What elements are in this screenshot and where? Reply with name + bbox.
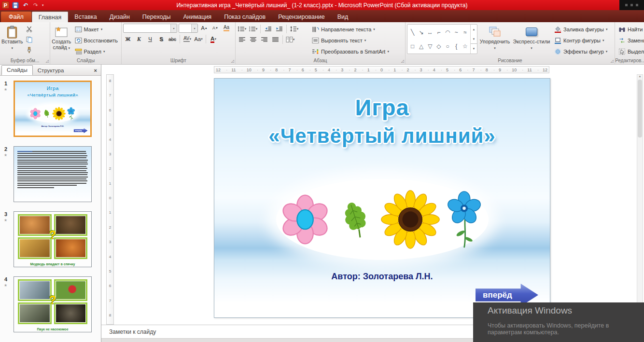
- shape-item[interactable]: ▽: [426, 41, 434, 52]
- font-color-button[interactable]: А▾: [209, 34, 218, 44]
- ribbon-tab[interactable]: Вставка: [68, 12, 103, 22]
- author-text[interactable]: Автор: Золотарева Л.Н.: [15, 125, 90, 128]
- ribbon-tab[interactable]: Анимация: [177, 12, 218, 22]
- find-button[interactable]: Найти: [616, 24, 644, 34]
- pink-flower-image[interactable]: [278, 192, 332, 246]
- text-shadow-button[interactable]: S: [156, 34, 166, 44]
- ribbon-tab[interactable]: Рецензирование: [272, 12, 331, 22]
- strikethrough-button[interactable]: abc: [168, 34, 177, 44]
- shape-item[interactable]: ↔: [426, 27, 434, 38]
- slide-title-line2[interactable]: «Четвёртый лишний»: [214, 124, 550, 148]
- decrease-font-button[interactable]: А▼: [210, 23, 220, 33]
- character-spacing-button[interactable]: AV▾: [182, 34, 192, 44]
- shape-item[interactable]: ○: [444, 41, 452, 52]
- line-spacing-icon[interactable]: ▾: [289, 24, 299, 34]
- blue-flower-image[interactable]: [66, 107, 76, 121]
- shape-item[interactable]: ◠: [444, 27, 452, 38]
- convert-to-smartart-button[interactable]: Преобразовать в SmartArt▾: [310, 46, 391, 56]
- shapes-scroll-down-icon[interactable]: ▼: [471, 34, 477, 44]
- decrease-indent-icon[interactable]: [263, 24, 273, 34]
- align-left-icon[interactable]: [237, 35, 247, 44]
- slide-thumbnail-1[interactable]: Игра «Четвёртый лишний»: [14, 81, 92, 137]
- oak-leaf-image[interactable]: [42, 109, 52, 119]
- save-icon[interactable]: [12, 1, 19, 9]
- section-button[interactable]: Раздел▾: [73, 46, 120, 56]
- underline-button[interactable]: Ч: [145, 34, 155, 44]
- shapes-scroll-up-icon[interactable]: ▲: [471, 25, 477, 34]
- sunflower-image[interactable]: [379, 189, 441, 250]
- bullets-icon[interactable]: ▾: [237, 24, 247, 34]
- shape-item[interactable]: ~: [452, 27, 461, 38]
- increase-indent-icon[interactable]: [274, 24, 284, 34]
- next-arrow-button[interactable]: вперёд: [73, 128, 87, 133]
- shape-item[interactable]: △: [417, 41, 425, 52]
- slide-title-line1[interactable]: Игра: [15, 85, 90, 91]
- align-right-icon[interactable]: [259, 35, 269, 44]
- slide-thumbnail-2[interactable]: [14, 146, 92, 202]
- slide-thumbnail-4[interactable]: ? Паук не насекомое: [14, 276, 92, 332]
- ribbon-tab[interactable]: Переходы: [136, 12, 177, 22]
- slide-title-line2[interactable]: «Четвёртый лишний»: [15, 92, 90, 97]
- shape-effects-button[interactable]: Эффекты фигур▾: [552, 46, 610, 56]
- shape-item[interactable]: ≈: [461, 27, 469, 38]
- align-text-button[interactable]: Выровнять текст▾: [310, 35, 391, 45]
- pink-flower-image[interactable]: [29, 108, 42, 120]
- panel-close-icon[interactable]: ×: [94, 68, 101, 75]
- ribbon-tab[interactable]: Главная: [32, 12, 69, 22]
- vertical-scrollbar[interactable]: ▲: [637, 74, 643, 325]
- shape-item[interactable]: ☆: [461, 41, 469, 52]
- tab-file[interactable]: Файл: [1, 12, 31, 22]
- slide-canvas[interactable]: 87654321012345678 Игра «Четвёртый лишний…: [101, 74, 644, 325]
- undo-icon[interactable]: ↶: [22, 1, 29, 9]
- arrange-button[interactable]: Упорядочить ▾: [479, 23, 511, 57]
- ribbon-tab[interactable]: Вид: [331, 12, 355, 22]
- paragraph-dialog-launcher-icon[interactable]: ◿: [401, 59, 404, 63]
- panel-tab-outline[interactable]: Структура: [33, 66, 69, 75]
- redo-icon[interactable]: ↷: [32, 1, 40, 9]
- paste-button[interactable]: Вставить▾: [1, 23, 23, 57]
- format-painter-button[interactable]: [25, 45, 34, 55]
- shape-item[interactable]: ↘: [417, 27, 425, 38]
- select-button[interactable]: Выделить: [616, 46, 644, 56]
- shape-item[interactable]: {: [452, 41, 461, 52]
- clear-formatting-button[interactable]: Aa: [222, 23, 231, 33]
- powerpoint-logo-icon[interactable]: P: [2, 1, 9, 9]
- shape-item[interactable]: ⌐: [434, 27, 443, 38]
- italic-button[interactable]: К: [134, 34, 144, 44]
- font-name-combo[interactable]: ▾: [123, 24, 177, 33]
- ribbon-tab[interactable]: Дизайн: [103, 12, 136, 22]
- customize-qat-icon[interactable]: ▾: [42, 3, 44, 7]
- slide-thumbnail-3[interactable]: ? Медведь впадает в спячку: [14, 211, 92, 267]
- slide-title-line1[interactable]: Игра: [214, 94, 550, 121]
- shapes-more-icon[interactable]: ▼: [471, 43, 477, 54]
- reset-button[interactable]: Восстановить: [73, 35, 120, 45]
- align-center-icon[interactable]: [248, 35, 258, 44]
- shape-item[interactable]: □: [408, 41, 417, 52]
- columns-icon[interactable]: ▾: [285, 35, 295, 44]
- shape-item[interactable]: ╲: [408, 27, 417, 38]
- panel-tab-slides[interactable]: Слайды: [1, 65, 33, 75]
- blue-flower-image[interactable]: [441, 190, 487, 249]
- bold-button[interactable]: Ж: [123, 34, 133, 44]
- new-slide-button[interactable]: Создать слайд ▾: [52, 23, 71, 57]
- text-direction-button[interactable]: Направление текста▾: [310, 24, 391, 34]
- shapes-gallery[interactable]: ╲↘↔⌐◠~≈ □△▽◇○{☆ ▲ ▼ ▼: [407, 24, 477, 54]
- justify-icon[interactable]: [270, 35, 280, 44]
- slide[interactable]: Игра «Четвёртый лишний»: [214, 78, 550, 318]
- scrollbar-thumb[interactable]: [638, 80, 642, 137]
- change-case-button[interactable]: Aa▾: [194, 34, 203, 44]
- cut-button[interactable]: [25, 24, 34, 34]
- ribbon-tab[interactable]: Показ слайдов: [218, 12, 272, 22]
- font-size-combo[interactable]: ▾: [179, 24, 198, 33]
- increase-font-button[interactable]: А▲: [199, 23, 209, 33]
- clipboard-dialog-launcher-icon[interactable]: ◿: [46, 59, 49, 63]
- quick-styles-button[interactable]: Экспресс-стили ▾: [512, 23, 551, 57]
- shape-item[interactable]: ◇: [434, 41, 443, 52]
- layout-button[interactable]: Макет▾: [73, 24, 120, 34]
- shape-outline-button[interactable]: Контур фигуры▾: [552, 35, 610, 45]
- sunflower-image[interactable]: [52, 107, 66, 121]
- shape-fill-button[interactable]: Заливка фигуры▾: [552, 24, 610, 34]
- font-dialog-launcher-icon[interactable]: ◿: [231, 59, 234, 63]
- copy-button[interactable]: [25, 35, 34, 44]
- drawing-dialog-launcher-icon[interactable]: ◿: [611, 59, 614, 63]
